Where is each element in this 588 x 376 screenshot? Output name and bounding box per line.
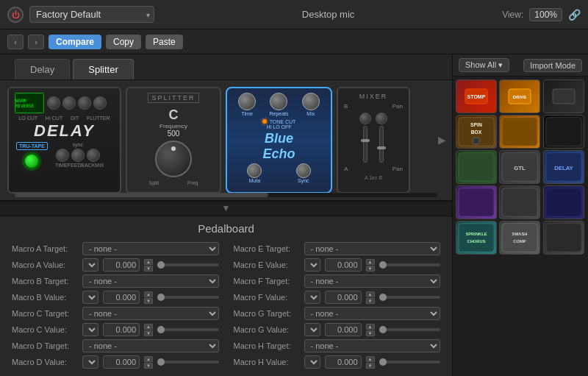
browser-item-4[interactable] bbox=[499, 115, 540, 149]
macro-h-value-select[interactable]: ▾ bbox=[304, 355, 320, 369]
macro-c-slider[interactable] bbox=[157, 328, 219, 331]
macro-d-value-select[interactable]: ▾ bbox=[82, 355, 98, 369]
echo-mix-knob[interactable] bbox=[302, 93, 320, 110]
macro-h-decrement[interactable]: ▼ bbox=[366, 363, 375, 369]
preset-dropdown[interactable]: Factory Default bbox=[29, 6, 154, 23]
browser-item-1[interactable]: DRIVE bbox=[499, 79, 540, 113]
browser-item-2[interactable] bbox=[543, 79, 584, 113]
macro-g-increment[interactable]: ▲ bbox=[366, 324, 375, 330]
macro-c-target-dropdown[interactable]: - none - bbox=[82, 307, 219, 320]
browser-item-14[interactable] bbox=[543, 221, 584, 255]
macro-a-target-dropdown[interactable]: - none - bbox=[82, 242, 219, 255]
macro-g-target-dropdown[interactable]: - none - bbox=[304, 307, 441, 320]
macro-a-increment[interactable]: ▲ bbox=[144, 259, 153, 265]
tab-splitter[interactable]: Splitter bbox=[73, 59, 133, 79]
tab-delay[interactable]: Delay bbox=[15, 59, 70, 79]
macro-e-decrement[interactable]: ▼ bbox=[366, 266, 375, 272]
mixer-pedal[interactable]: MIXER B Pan bbox=[337, 87, 410, 194]
echo-sync-switch[interactable] bbox=[296, 163, 311, 178]
macro-d-target-dropdown[interactable]: - none - bbox=[82, 339, 219, 352]
delay-knob-hicut[interactable] bbox=[62, 96, 76, 110]
macro-f-slider[interactable] bbox=[379, 296, 441, 299]
browser-item-3[interactable]: SPIN BOX bbox=[456, 115, 497, 149]
macro-e-value-select[interactable]: ▾ bbox=[304, 258, 320, 272]
mixer-pan-knob-a[interactable] bbox=[376, 113, 387, 124]
panel-collapse-arrow[interactable]: ▼ bbox=[0, 202, 452, 216]
splitter-pedal[interactable]: SPLITTER C Frequency 500 Split Freq bbox=[126, 87, 221, 194]
show-all-button[interactable]: Show All ▾ bbox=[459, 58, 509, 72]
blue-echo-pedal[interactable]: Time Repeats Mix TONE CUT bbox=[226, 87, 332, 194]
macro-f-increment[interactable]: ▲ bbox=[366, 291, 375, 297]
macro-g-value-input[interactable] bbox=[325, 323, 362, 336]
macro-d-value-input[interactable] bbox=[103, 355, 140, 369]
macro-h-slider[interactable] bbox=[379, 361, 441, 363]
macro-e-value-input[interactable] bbox=[325, 258, 362, 272]
import-mode-button[interactable]: Import Mode bbox=[523, 59, 582, 72]
macro-f-decrement[interactable]: ▼ bbox=[366, 298, 375, 304]
delay-bypass-button[interactable] bbox=[24, 153, 40, 169]
browser-item-13[interactable]: SMASH COMP bbox=[499, 221, 540, 255]
macro-g-slider[interactable] bbox=[379, 328, 441, 331]
macro-c-increment[interactable]: ▲ bbox=[144, 324, 153, 330]
browser-item-10[interactable] bbox=[499, 185, 540, 219]
browser-item-5-bg bbox=[544, 116, 584, 148]
browser-item-5[interactable] bbox=[543, 115, 584, 149]
link-icon[interactable]: 🔗 bbox=[568, 9, 581, 21]
delay-knob-mix[interactable] bbox=[87, 149, 100, 162]
delay-pedal[interactable]: NORM REVERSE LO CUT HI CUT DIT bbox=[7, 87, 121, 194]
mixer-pan-knob-b[interactable] bbox=[359, 113, 371, 124]
rack-next-arrow-icon[interactable]: ▶ bbox=[438, 134, 446, 146]
macro-h-value-input[interactable] bbox=[325, 355, 362, 369]
back-button[interactable]: ‹ bbox=[7, 35, 24, 49]
browser-item-8[interactable]: DELAY bbox=[543, 150, 584, 184]
view-percent[interactable]: 100% bbox=[529, 8, 562, 21]
macro-a-slider[interactable] bbox=[157, 263, 219, 266]
compare-button[interactable]: Compare bbox=[49, 35, 101, 49]
rack-scrollbar[interactable] bbox=[15, 193, 437, 197]
browser-item-11[interactable] bbox=[543, 185, 584, 219]
power-button[interactable]: ⏻ bbox=[7, 7, 24, 23]
macro-f-value-input[interactable] bbox=[325, 291, 362, 304]
browser-item-12[interactable]: SPRINKLE CHORUS bbox=[456, 221, 497, 255]
macro-b-increment[interactable]: ▲ bbox=[144, 291, 153, 297]
macro-d-increment[interactable]: ▲ bbox=[144, 356, 153, 362]
macro-b-slider[interactable] bbox=[157, 296, 219, 299]
macro-b-decrement[interactable]: ▼ bbox=[144, 298, 153, 304]
macro-c-value-select[interactable]: ▾ bbox=[82, 323, 98, 336]
macro-a-value-input[interactable] bbox=[103, 258, 140, 272]
browser-item-9[interactable] bbox=[456, 185, 497, 219]
macro-f-target-dropdown[interactable]: - none - bbox=[304, 274, 441, 288]
macro-c-value-input[interactable] bbox=[103, 323, 140, 336]
macro-d-decrement[interactable]: ▼ bbox=[144, 363, 153, 369]
delay-knob-time[interactable] bbox=[56, 149, 69, 162]
macro-h-target-dropdown[interactable]: - none - bbox=[304, 339, 441, 352]
macro-g-decrement[interactable]: ▼ bbox=[366, 330, 375, 336]
macro-d-slider[interactable] bbox=[157, 361, 219, 363]
browser-item-0[interactable]: STOMP bbox=[456, 79, 497, 113]
macro-a-value-select[interactable]: ▾ bbox=[82, 258, 98, 272]
macro-f-value-select[interactable]: ▾ bbox=[304, 291, 320, 304]
delay-knob-dit[interactable] bbox=[78, 96, 91, 110]
splitter-freq-knob[interactable] bbox=[155, 141, 192, 177]
paste-button[interactable]: Paste bbox=[146, 35, 183, 49]
forward-button[interactable]: › bbox=[28, 35, 44, 49]
delay-knob-feedback[interactable] bbox=[71, 149, 85, 162]
browser-item-7[interactable]: GTL bbox=[499, 150, 540, 184]
echo-time-knob[interactable] bbox=[238, 93, 256, 110]
echo-muta-switch[interactable] bbox=[247, 163, 262, 178]
delay-knob-locut[interactable] bbox=[47, 96, 60, 110]
macro-h-increment[interactable]: ▲ bbox=[366, 356, 375, 362]
macro-e-target-dropdown[interactable]: - none - bbox=[304, 242, 441, 255]
macro-e-increment[interactable]: ▲ bbox=[366, 259, 375, 265]
macro-b-value-input[interactable] bbox=[103, 291, 140, 304]
macro-a-decrement[interactable]: ▼ bbox=[144, 266, 153, 272]
macro-b-target-dropdown[interactable]: - none - bbox=[82, 274, 219, 288]
macro-g-value-select[interactable]: ▾ bbox=[304, 323, 320, 336]
copy-button[interactable]: Copy bbox=[106, 35, 141, 49]
echo-repeats-knob[interactable] bbox=[270, 93, 287, 110]
delay-knob-flutter[interactable] bbox=[93, 96, 107, 110]
macro-e-slider[interactable] bbox=[379, 263, 441, 266]
macro-c-decrement[interactable]: ▼ bbox=[144, 330, 153, 336]
browser-item-6[interactable] bbox=[456, 150, 497, 184]
macro-b-value-select[interactable]: ▾ bbox=[82, 291, 98, 304]
